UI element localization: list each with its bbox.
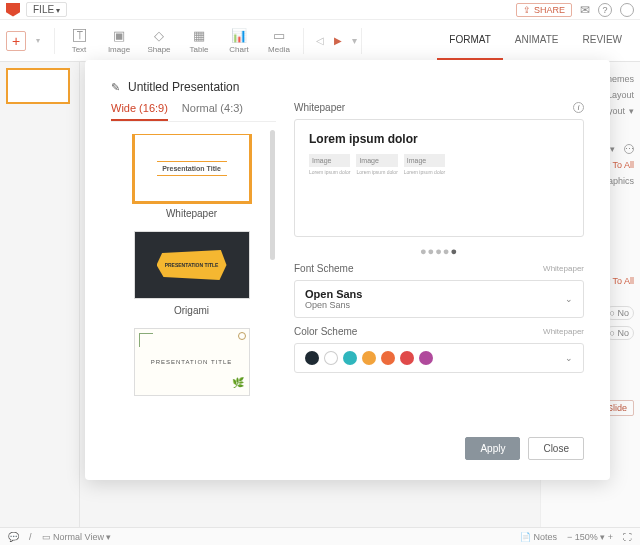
template-list: Presentation Title Whitepaper PRESENTATI… [111, 134, 276, 427]
preview-image-placeholder: Image [356, 154, 397, 167]
preview-image-placeholder: Image [404, 154, 445, 167]
app-logo [6, 3, 20, 17]
mail-icon[interactable]: ✉ [580, 3, 590, 17]
media-tool[interactable]: ▭Media [259, 27, 299, 54]
zoom-control[interactable]: − 150% ▾ + [567, 532, 613, 542]
theme-preview: Lorem ipsum dolor ImageLorem ipsum dolor… [294, 119, 584, 237]
notes-button[interactable]: 📄 Notes [520, 532, 557, 542]
new-slide-button[interactable]: + [6, 31, 26, 51]
color-scheme-selector[interactable]: ⌄ [294, 343, 584, 373]
color-swatch [362, 351, 376, 365]
shape-icon: ◇ [151, 27, 167, 43]
theme-picker-modal: ✎ Untitled Presentation Wide (16:9) Norm… [85, 60, 610, 480]
color-scheme-label: Color Scheme [294, 326, 357, 337]
color-scheme-name: Whitepaper [543, 327, 584, 336]
table-icon: ▦ [191, 27, 207, 43]
template-scrollbar[interactable] [270, 130, 275, 260]
text-tool[interactable]: 🅃Text [59, 27, 99, 54]
aspect-normal-tab[interactable]: Normal (4:3) [182, 102, 243, 121]
aspect-wide-tab[interactable]: Wide (16:9) [111, 102, 168, 121]
color-swatch [419, 351, 433, 365]
chevron-down-icon: ⌄ [565, 353, 573, 363]
title-bar: FILE ⇪ SHARE ✉ ? [0, 0, 640, 20]
text-icon: 🅃 [71, 27, 87, 43]
close-button[interactable]: Close [528, 437, 584, 460]
preview-image-placeholder: Image [309, 154, 350, 167]
help-icon[interactable]: ? [598, 3, 612, 17]
options-icon[interactable]: ⋯ [624, 144, 634, 154]
file-menu[interactable]: FILE [26, 2, 67, 17]
pencil-icon[interactable]: ✎ [111, 81, 120, 94]
tab-animate[interactable]: ANIMATE [503, 21, 571, 60]
image-icon: ▣ [111, 27, 127, 43]
template-card[interactable]: Presentation Title Whitepaper [111, 134, 272, 219]
chart-icon: 📊 [231, 27, 247, 43]
chevron-down-icon[interactable]: ▾ [352, 35, 357, 46]
preview-label: Whitepaper [294, 102, 345, 113]
template-thumb-origami[interactable]: PRESENTATION TITLE [134, 231, 250, 299]
color-swatch [324, 351, 338, 365]
font-scheme-name: Whitepaper [543, 264, 584, 273]
toolbar: + ▾ 🅃Text ▣Image ◇Shape ▦Table 📊Chart ▭M… [0, 20, 640, 62]
slide-thumbnail[interactable] [6, 68, 70, 104]
prev-icon[interactable]: ◁ [316, 35, 324, 46]
template-name: Whitepaper [111, 208, 272, 219]
info-icon[interactable]: i [573, 102, 584, 113]
tab-review[interactable]: REVIEW [571, 21, 634, 60]
chevron-down-icon[interactable]: ▾ [36, 36, 40, 45]
image-tool[interactable]: ▣Image [99, 27, 139, 54]
share-button[interactable]: ⇪ SHARE [516, 3, 572, 17]
tab-format[interactable]: FORMAT [437, 21, 502, 60]
apply-button[interactable]: Apply [465, 437, 520, 460]
fullscreen-icon[interactable]: ⛶ [623, 532, 632, 542]
font-scheme-label: Font Scheme [294, 263, 353, 274]
preview-pagination[interactable]: ●●●●● [294, 245, 584, 257]
preview-slide-title: Lorem ipsum dolor [309, 132, 569, 146]
chart-tool[interactable]: 📊Chart [219, 27, 259, 54]
color-swatch [343, 351, 357, 365]
color-swatch [400, 351, 414, 365]
template-name: Origami [111, 305, 272, 316]
template-thumb-nature[interactable]: PRESENTATION TITLE 🌿 [134, 328, 250, 396]
font-scheme-selector[interactable]: Open Sans Open Sans ⌄ [294, 280, 584, 318]
table-tool[interactable]: ▦Table [179, 27, 219, 54]
play-icon[interactable]: ▶ [334, 35, 342, 46]
shape-tool[interactable]: ◇Shape [139, 27, 179, 54]
comment-icon[interactable]: 💬 [8, 532, 19, 542]
color-swatch [305, 351, 319, 365]
template-thumb-whitepaper[interactable]: Presentation Title [134, 134, 250, 202]
media-icon: ▭ [271, 27, 287, 43]
template-card[interactable]: PRESENTATION TITLE 🌿 [111, 328, 272, 396]
presentation-title[interactable]: Untitled Presentation [128, 80, 239, 94]
chevron-down-icon: ⌄ [565, 294, 573, 304]
user-avatar[interactable] [620, 3, 634, 17]
template-card[interactable]: PRESENTATION TITLE Origami [111, 231, 272, 316]
view-selector[interactable]: ▭ Normal View ▾ [42, 532, 112, 542]
color-swatch [381, 351, 395, 365]
slide-panel [0, 62, 80, 527]
status-bar: 💬 / ▭ Normal View ▾ 📄 Notes − 150% ▾ + ⛶ [0, 527, 640, 545]
